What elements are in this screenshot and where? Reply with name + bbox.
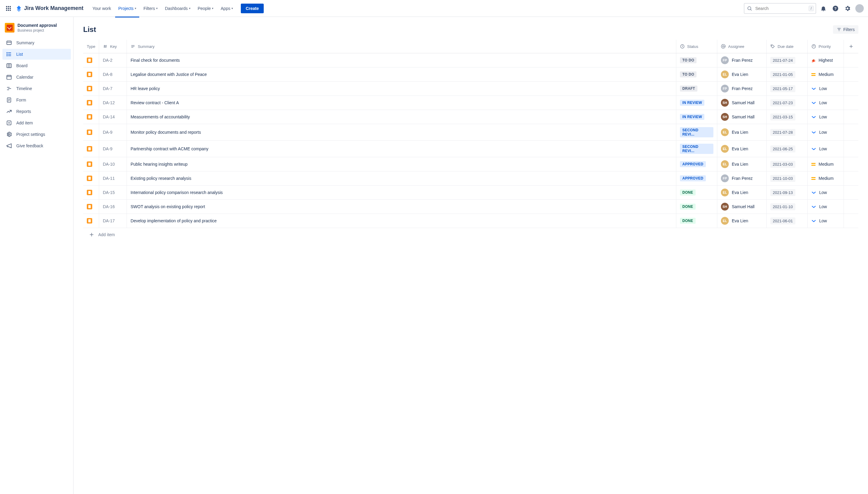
cell-type[interactable] bbox=[83, 124, 99, 141]
help-button[interactable]: ? bbox=[831, 4, 840, 13]
project-header[interactable]: Document approval Business project bbox=[2, 23, 71, 37]
nav-your-work[interactable]: Your work bbox=[90, 4, 114, 13]
cell-status[interactable]: TO DO bbox=[676, 68, 717, 82]
cell-key[interactable]: DA-11 bbox=[99, 171, 127, 186]
cell-priority[interactable]: Low bbox=[808, 110, 844, 124]
cell-priority[interactable]: Low bbox=[808, 214, 844, 228]
nav-people[interactable]: People▾ bbox=[195, 4, 217, 13]
table-row[interactable]: DA-15International policy comparison res… bbox=[83, 186, 858, 200]
cell-type[interactable] bbox=[83, 200, 99, 214]
cell-summary[interactable]: Legalise document with Justice of Peace bbox=[127, 68, 676, 82]
cell-type[interactable] bbox=[83, 141, 99, 157]
cell-assignee[interactable]: ELEva Lien bbox=[717, 157, 767, 171]
sidebar-item-reports[interactable]: Reports bbox=[2, 106, 71, 117]
column-type[interactable]: Type bbox=[83, 40, 99, 53]
cell-key[interactable]: DA-12 bbox=[99, 96, 127, 110]
cell-key[interactable]: DA-16 bbox=[99, 200, 127, 214]
cell-status[interactable]: DONE bbox=[676, 186, 717, 200]
table-row[interactable]: DA-12Review contract - Client AIN REVIEW… bbox=[83, 96, 858, 110]
column-key[interactable]: Key bbox=[99, 40, 127, 53]
sidebar-item-add-item[interactable]: Add item bbox=[2, 117, 71, 128]
cell-priority[interactable]: Low bbox=[808, 82, 844, 96]
cell-assignee[interactable]: ELEva Lien bbox=[717, 124, 767, 141]
cell-summary[interactable]: Final check for documents bbox=[127, 53, 676, 68]
nav-dashboards[interactable]: Dashboards▾ bbox=[162, 4, 193, 13]
cell-assignee[interactable]: SHSamuel Hall bbox=[717, 200, 767, 214]
sidebar-item-timeline[interactable]: Timeline bbox=[2, 83, 71, 94]
cell-assignee[interactable]: SHSamuel Hall bbox=[717, 110, 767, 124]
brand-logo-link[interactable]: Jira Work Management bbox=[16, 5, 84, 12]
cell-key[interactable]: DA-7 bbox=[99, 82, 127, 96]
cell-assignee[interactable]: FPFran Perez bbox=[717, 171, 767, 186]
column-due-date[interactable]: Due date bbox=[767, 40, 808, 53]
cell-priority[interactable]: Low bbox=[808, 96, 844, 110]
nav-projects[interactable]: Projects▾ bbox=[115, 4, 139, 13]
cell-priority[interactable]: Low bbox=[808, 200, 844, 214]
cell-type[interactable] bbox=[83, 110, 99, 124]
cell-status[interactable]: APPROVED bbox=[676, 157, 717, 171]
cell-status[interactable]: IN REVIEW bbox=[676, 110, 717, 124]
cell-key[interactable]: DA-2 bbox=[99, 53, 127, 68]
sidebar-item-project-settings[interactable]: Project settings bbox=[2, 129, 71, 140]
cell-key[interactable]: DA-15 bbox=[99, 186, 127, 200]
cell-status[interactable]: TO DO bbox=[676, 53, 717, 68]
cell-due-date[interactable]: 2021-07-24 bbox=[767, 53, 808, 68]
cell-status[interactable]: IN REVIEW bbox=[676, 96, 717, 110]
profile-button[interactable] bbox=[855, 4, 864, 13]
cell-key[interactable]: DA-8 bbox=[99, 68, 127, 82]
cell-summary[interactable]: Develop implementation of policy and pra… bbox=[127, 214, 676, 228]
cell-summary[interactable]: Measurements of accountability bbox=[127, 110, 676, 124]
cell-assignee[interactable]: SHSamuel Hall bbox=[717, 96, 767, 110]
cell-due-date[interactable]: 2021-03-15 bbox=[767, 110, 808, 124]
column-status[interactable]: Status bbox=[676, 40, 717, 53]
create-button[interactable]: Create bbox=[241, 4, 264, 13]
cell-key[interactable]: DA-10 bbox=[99, 157, 127, 171]
nav-apps[interactable]: Apps▾ bbox=[218, 4, 236, 13]
table-row[interactable]: DA-7HR leave policyDRAFTFPFran Perez2021… bbox=[83, 82, 858, 96]
cell-due-date[interactable]: 2021-06-01 bbox=[767, 214, 808, 228]
cell-assignee[interactable]: FPFran Perez bbox=[717, 53, 767, 68]
cell-status[interactable]: SECOND REVI... bbox=[676, 124, 717, 141]
table-row[interactable]: DA-9Partnership contract with ACME compa… bbox=[83, 141, 858, 157]
cell-due-date[interactable]: 2021-09-13 bbox=[767, 186, 808, 200]
cell-status[interactable]: DRAFT bbox=[676, 82, 717, 96]
cell-priority[interactable]: Low bbox=[808, 186, 844, 200]
cell-status[interactable]: APPROVED bbox=[676, 171, 717, 186]
add-item-row[interactable]: Add item bbox=[83, 228, 858, 241]
search-input[interactable] bbox=[744, 3, 816, 14]
cell-due-date[interactable]: 2021-05-17 bbox=[767, 82, 808, 96]
cell-due-date[interactable]: 2021-10-03 bbox=[767, 171, 808, 186]
table-row[interactable]: DA-17Develop implementation of policy an… bbox=[83, 214, 858, 228]
cell-type[interactable] bbox=[83, 68, 99, 82]
cell-priority[interactable]: Medium bbox=[808, 68, 844, 82]
cell-type[interactable] bbox=[83, 82, 99, 96]
cell-assignee[interactable]: ELEva Lien bbox=[717, 186, 767, 200]
cell-assignee[interactable]: ELEva Lien bbox=[717, 68, 767, 82]
cell-key[interactable]: DA-9 bbox=[99, 141, 127, 157]
cell-summary[interactable]: Monitor policy documents and reports bbox=[127, 124, 676, 141]
cell-key[interactable]: DA-9 bbox=[99, 124, 127, 141]
cell-summary[interactable]: HR leave policy bbox=[127, 82, 676, 96]
filters-button[interactable]: Filters bbox=[833, 25, 858, 34]
cell-type[interactable] bbox=[83, 53, 99, 68]
cell-priority[interactable]: Highest bbox=[808, 53, 844, 68]
cell-assignee[interactable]: ELEva Lien bbox=[717, 214, 767, 228]
add-column-button[interactable] bbox=[848, 43, 855, 50]
cell-due-date[interactable]: 2021-07-28 bbox=[767, 124, 808, 141]
cell-due-date[interactable]: 2021-03-03 bbox=[767, 157, 808, 171]
cell-summary[interactable]: Public hearing insights writeup bbox=[127, 157, 676, 171]
cell-assignee[interactable]: FPFran Perez bbox=[717, 82, 767, 96]
sidebar-item-give-feedback[interactable]: Give feedback bbox=[2, 140, 71, 151]
cell-type[interactable] bbox=[83, 96, 99, 110]
cell-due-date[interactable]: 2021-06-25 bbox=[767, 141, 808, 157]
cell-type[interactable] bbox=[83, 157, 99, 171]
sidebar-item-summary[interactable]: Summary bbox=[2, 37, 71, 48]
cell-due-date[interactable]: 2021-01-05 bbox=[767, 68, 808, 82]
cell-key[interactable]: DA-14 bbox=[99, 110, 127, 124]
cell-priority[interactable]: Low bbox=[808, 141, 844, 157]
cell-status[interactable]: DONE bbox=[676, 214, 717, 228]
sidebar-item-list[interactable]: List bbox=[2, 49, 71, 60]
sidebar-item-calendar[interactable]: Calendar bbox=[2, 72, 71, 82]
table-row[interactable]: DA-9Monitor policy documents and reports… bbox=[83, 124, 858, 141]
cell-due-date[interactable]: 2021-07-23 bbox=[767, 96, 808, 110]
